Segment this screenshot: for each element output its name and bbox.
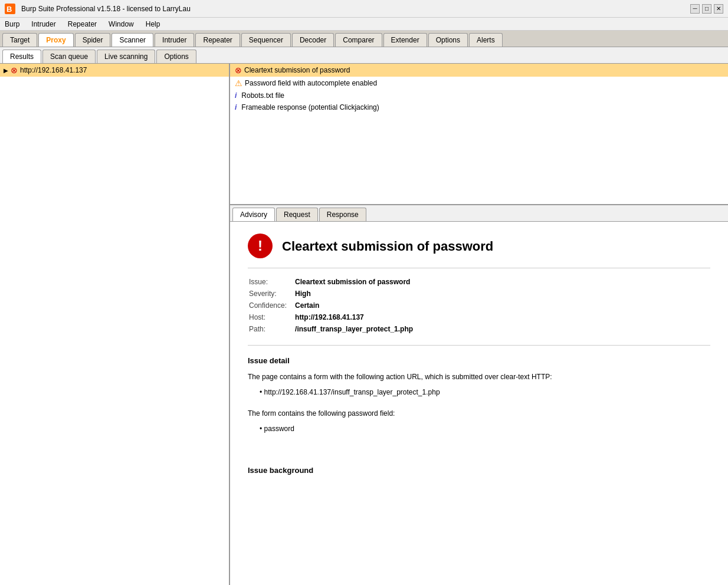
issue-details-table: Issue: Cleartext submission of password …	[248, 275, 414, 336]
titlebar-left: B Burp Suite Professional v1.5.18 - lice…	[5, 4, 191, 14]
menu-window[interactable]: Window	[106, 19, 136, 29]
menu-repeater[interactable]: Repeater	[65, 19, 99, 29]
detail-content[interactable]: ! Cleartext submission of password Issue…	[230, 222, 728, 585]
tab-comparer[interactable]: Comparer	[335, 33, 382, 47]
info-icon: i	[235, 103, 237, 111]
maximize-button[interactable]: □	[702, 4, 711, 14]
tree-item-label: http://192.168.41.137	[20, 66, 87, 74]
titlebar: B Burp Suite Professional v1.5.18 - lice…	[0, 0, 728, 18]
list-item: password	[260, 423, 710, 434]
menubar: Burp Intruder Repeater Window Help	[0, 18, 728, 31]
big-error-icon: !	[248, 234, 273, 258]
tab-alerts[interactable]: Alerts	[469, 33, 503, 47]
issue-label: Frameable response (potential Clickjacki…	[241, 103, 379, 111]
issue-robots[interactable]: i Robots.txt file	[230, 90, 728, 101]
tab-extender[interactable]: Extender	[383, 33, 427, 47]
path-label-cell: Path:	[249, 324, 294, 334]
host-value-cell: http://192.168.41.137	[295, 312, 413, 323]
table-row: Path: /insuff_transp_layer_protect_1.php	[249, 324, 413, 334]
issue-label-cell: Issue:	[249, 277, 294, 287]
detail-tab-response[interactable]: Response	[319, 208, 366, 221]
severity-label-cell: Severity:	[249, 288, 294, 299]
tab-proxy[interactable]: Proxy	[38, 33, 73, 47]
issues-list: ⊗ Cleartext submission of password ⚠ Pas…	[230, 64, 728, 205]
divider	[248, 345, 710, 346]
tab-spider[interactable]: Spider	[75, 33, 111, 47]
tab-target[interactable]: Target	[2, 33, 37, 47]
table-row: Confidence: Certain	[249, 300, 413, 311]
path-value-cell: /insuff_transp_layer_protect_1.php	[295, 324, 413, 334]
issue-detail-heading: Issue detail	[248, 355, 710, 367]
titlebar-controls: ─ □ ✕	[690, 4, 723, 14]
tab-sequencer[interactable]: Sequencer	[241, 33, 291, 47]
subtab-scan-queue[interactable]: Scan queue	[42, 50, 96, 63]
issue-value-cell: Cleartext submission of password	[295, 277, 413, 287]
table-row: Host: http://192.168.41.137	[249, 312, 413, 323]
issue-autocomplete[interactable]: ⚠ Password field with autocomplete enabl…	[230, 77, 728, 90]
tab-intruder[interactable]: Intruder	[155, 33, 194, 47]
svg-text:B: B	[6, 5, 12, 14]
host-label-cell: Host:	[249, 312, 294, 323]
detail-tab-bar: Advisory Request Response	[230, 205, 728, 222]
severity-value-cell: High	[295, 288, 413, 299]
sub-tab-bar: Results Scan queue Live scanning Options	[0, 47, 728, 64]
main-tab-bar: Target Proxy Spider Scanner Intruder Rep…	[0, 31, 728, 47]
issue-label: Cleartext submission of password	[244, 66, 350, 74]
divider	[248, 268, 710, 268]
menu-burp[interactable]: Burp	[2, 19, 22, 29]
tab-scanner[interactable]: Scanner	[112, 33, 153, 47]
minimize-button[interactable]: ─	[690, 4, 700, 14]
left-panel: ▶ ⊗ http://192.168.41.137	[0, 64, 230, 585]
menu-help[interactable]: Help	[143, 19, 163, 29]
detail-tab-advisory[interactable]: Advisory	[232, 208, 275, 221]
form-text: The form contains the following password…	[248, 408, 710, 419]
close-button[interactable]: ✕	[714, 4, 723, 14]
issue-label: Robots.txt file	[241, 91, 284, 100]
issue-url-list: http://192.168.41.137/insuff_transp_laye…	[248, 387, 710, 397]
form-field-list: password	[248, 423, 710, 434]
list-item: http://192.168.41.137/insuff_transp_laye…	[260, 387, 710, 397]
tab-options[interactable]: Options	[428, 33, 468, 47]
burp-logo-icon: B	[5, 4, 15, 14]
subtab-results[interactable]: Results	[2, 50, 41, 63]
tab-repeater[interactable]: Repeater	[195, 33, 240, 47]
table-row: Severity: High	[249, 288, 413, 299]
titlebar-title: Burp Suite Professional v1.5.18 - licens…	[21, 5, 191, 13]
issue-detail-text: The page contains a form with the follow…	[248, 372, 710, 382]
info-icon: i	[235, 91, 237, 100]
issue-background-heading: Issue background	[248, 465, 710, 476]
table-row: Issue: Cleartext submission of password	[249, 277, 413, 287]
right-panel: ⊗ Cleartext submission of password ⚠ Pas…	[230, 64, 728, 585]
issue-frameable[interactable]: i Frameable response (potential Clickjac…	[230, 101, 728, 113]
tree-item-host[interactable]: ▶ ⊗ http://192.168.41.137	[0, 64, 229, 77]
advisory-title-area: ! Cleartext submission of password	[248, 234, 710, 258]
split-area: ▶ ⊗ http://192.168.41.137 ⊗ Cleartext su…	[0, 64, 728, 585]
error-icon: ⊗	[235, 65, 242, 75]
detail-tab-request[interactable]: Request	[276, 208, 318, 221]
subtab-live-scanning[interactable]: Live scanning	[97, 50, 155, 63]
confidence-label-cell: Confidence:	[249, 300, 294, 311]
menu-intruder[interactable]: Intruder	[29, 19, 58, 29]
subtab-options[interactable]: Options	[156, 50, 196, 63]
error-icon: ⊗	[11, 65, 18, 75]
issue-cleartext[interactable]: ⊗ Cleartext submission of password	[230, 64, 728, 77]
tree-arrow-icon: ▶	[4, 67, 8, 74]
content-area: Results Scan queue Live scanning Options…	[0, 47, 728, 585]
advisory-title: Cleartext submission of password	[282, 236, 493, 256]
warning-icon: ⚠	[235, 78, 242, 88]
issue-label: Password field with autocomplete enabled	[245, 79, 377, 87]
confidence-value-cell: Certain	[295, 300, 413, 311]
tab-decoder[interactable]: Decoder	[292, 33, 334, 47]
